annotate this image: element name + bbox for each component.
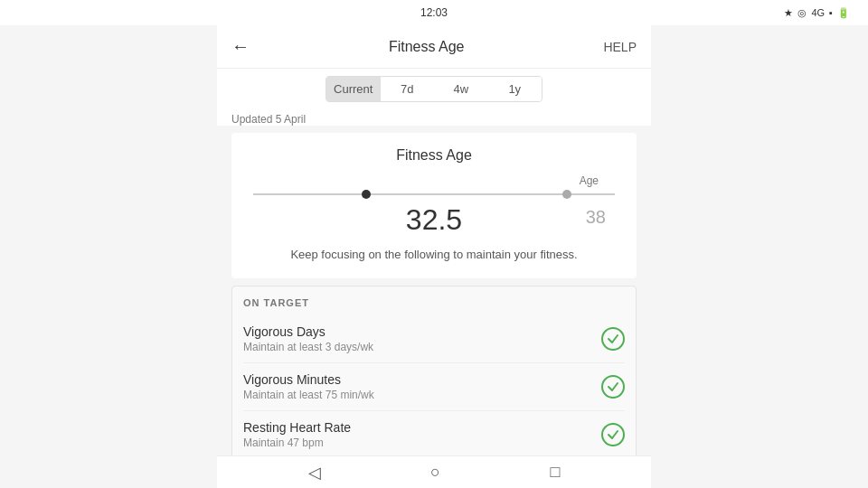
tab-1y[interactable]: 1y xyxy=(488,77,542,101)
status-bar: 12:03 ★ ◎ 4G ▪ 🔋 xyxy=(0,0,868,25)
page-title: Fitness Age xyxy=(389,39,465,55)
target-item-sub-2: Maintain 47 bpm xyxy=(243,436,351,449)
back-button[interactable]: ← xyxy=(231,36,250,57)
app-container: ← Fitness Age HELP Current 7d 4w 1y Upda… xyxy=(217,25,651,488)
target-item-name-0: Vigorous Days xyxy=(243,324,373,339)
target-item-text-2: Resting Heart Rate Maintain 47 bpm xyxy=(243,420,351,449)
target-item-vigorous-minutes[interactable]: Vigorous Minutes Maintain at least 75 mi… xyxy=(243,363,625,411)
battery-icon: ▪ xyxy=(829,7,833,18)
tab-current[interactable]: Current xyxy=(326,77,381,101)
check-icon-2 xyxy=(601,423,625,446)
header: ← Fitness Age HELP xyxy=(217,25,651,69)
target-item-sub-0: Maintain at least 3 days/wk xyxy=(243,341,373,353)
tab-4w[interactable]: 4w xyxy=(434,77,488,101)
status-time: 12:03 xyxy=(420,6,448,19)
target-item-sub-1: Maintain at least 75 min/wk xyxy=(243,389,374,401)
fitness-card-title: Fitness Age xyxy=(246,147,622,164)
fitness-age-dot xyxy=(362,190,371,199)
main-content: Fitness Age Age 32.5 38 Keep focusing on… xyxy=(217,126,651,455)
fitness-age-card: Fitness Age Age 32.5 38 Keep focusing on… xyxy=(231,133,637,278)
battery-level-icon: 🔋 xyxy=(837,7,850,19)
slider-track xyxy=(253,193,615,195)
side-bg-left xyxy=(0,25,217,488)
actual-age-dot xyxy=(562,190,571,199)
tab-7d[interactable]: 7d xyxy=(381,77,435,101)
nav-back-button[interactable]: ◁ xyxy=(308,463,321,483)
updated-label: Updated 5 April xyxy=(217,109,651,126)
tabs-bar: Current 7d 4w 1y xyxy=(217,69,651,109)
nav-home-button[interactable]: ○ xyxy=(430,463,440,482)
signal-icon: 4G xyxy=(811,7,825,18)
on-target-label: ON TARGET xyxy=(243,297,625,308)
location-icon: ◎ xyxy=(797,7,807,19)
target-item-name-2: Resting Heart Rate xyxy=(243,420,351,435)
actual-age-value: 38 xyxy=(586,207,606,228)
fitness-description: Keep focusing on the following to mainta… xyxy=(246,246,622,264)
side-bg-right xyxy=(651,25,868,488)
status-icons: ★ ◎ 4G ▪ 🔋 xyxy=(784,7,850,19)
target-item-resting-heart-rate[interactable]: Resting Heart Rate Maintain 47 bpm xyxy=(243,411,625,456)
fitness-age-value: 32.5 xyxy=(406,203,462,237)
on-target-card: ON TARGET Vigorous Days Maintain at leas… xyxy=(231,286,637,456)
help-button[interactable]: HELP xyxy=(603,40,637,54)
tab-group: Current 7d 4w 1y xyxy=(326,76,542,102)
nav-bar: ◁ ○ □ xyxy=(217,455,651,488)
target-item-vigorous-days[interactable]: Vigorous Days Maintain at least 3 days/w… xyxy=(243,315,625,363)
nav-recents-button[interactable]: □ xyxy=(550,463,560,482)
age-col-label: Age xyxy=(580,174,599,187)
target-item-text-1: Vigorous Minutes Maintain at least 75 mi… xyxy=(243,372,374,401)
check-icon-1 xyxy=(601,375,625,399)
bluetooth-icon: ★ xyxy=(784,7,793,19)
target-item-text: Vigorous Days Maintain at least 3 days/w… xyxy=(243,324,373,353)
target-item-name-1: Vigorous Minutes xyxy=(243,372,374,387)
check-icon-0 xyxy=(601,327,625,351)
